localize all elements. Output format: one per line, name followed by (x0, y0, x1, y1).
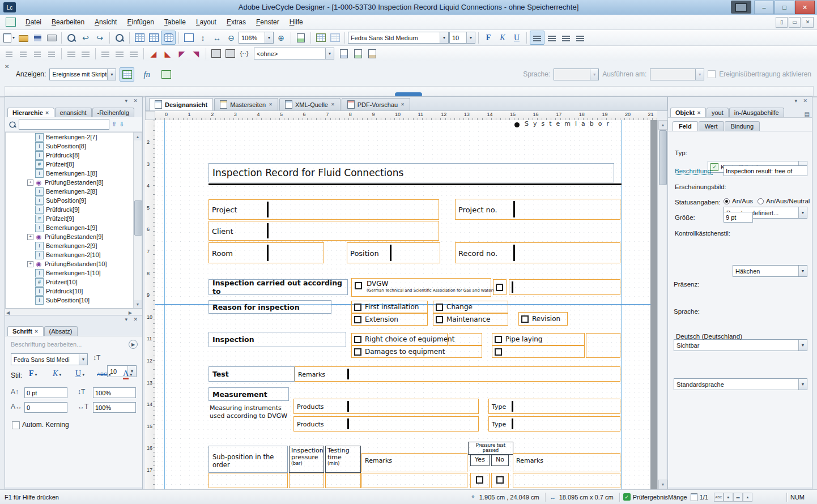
menu-einfuegen[interactable]: Einfügen (122, 16, 159, 28)
close-icon[interactable]: ✕ (803, 98, 807, 104)
col-pressure-test[interactable]: Pressure testpassed (468, 442, 513, 455)
maximize-palette-button[interactable]: ▭ (789, 17, 801, 28)
align-right-button[interactable] (559, 31, 573, 44)
align-top-edges-button[interactable] (31, 47, 44, 60)
letter-spacing-input[interactable] (24, 402, 67, 413)
field-other-standard[interactable] (509, 279, 620, 295)
col-inspection-pressure[interactable]: Inspectionpressure (bar) (289, 446, 324, 473)
language-dropdown[interactable]: ▼ (554, 69, 599, 80)
tab-ausgabehilfe[interactable]: in-/Ausgabehilfe (729, 108, 784, 117)
field-test-remarks[interactable]: Remarks (295, 366, 620, 382)
distribute-horizontal-button[interactable] (65, 47, 78, 60)
tree-item[interactable]: IBemerkungen-2[8] (6, 187, 142, 196)
align-left-button[interactable] (530, 31, 544, 45)
locale-dropdown[interactable]: Standardsprache▼ (674, 378, 807, 390)
subtab-wert[interactable]: Wert (699, 121, 724, 131)
tree-item[interactable]: IBemerkungen-2[7] (6, 133, 142, 142)
checkbox-right-choice[interactable]: Right choice of equipment (351, 333, 448, 345)
tree-item[interactable]: ISubPosition[9] (6, 196, 142, 205)
same-width-button[interactable] (99, 47, 112, 60)
checkbox-inspection-other[interactable] (492, 345, 585, 358)
save-button[interactable] (31, 31, 44, 44)
search-down-icon[interactable]: ⇩ (119, 121, 124, 128)
new-form-button[interactable]: ▾ (2, 31, 16, 44)
design-canvas[interactable]: Systemlabor Inspection Record for Fluid … (155, 120, 657, 489)
caption-input[interactable] (724, 165, 807, 176)
tree-item[interactable]: IPrüfdruck[8] (6, 151, 142, 160)
ungroup-button[interactable] (223, 47, 237, 60)
close-icon[interactable]: ✕ (269, 102, 273, 107)
tab-objekt[interactable]: Objekt✕ (670, 108, 706, 117)
tree-scrollbar[interactable]: ▲ ▼ (133, 133, 142, 308)
snap-grid-button[interactable] (147, 31, 160, 44)
menu-hilfe[interactable]: Hilfe (284, 16, 308, 28)
same-size-button[interactable] (127, 47, 141, 60)
checkbox-maintenance[interactable]: Maintenance (433, 313, 508, 326)
measurement-caption[interactable]: Measurement (208, 387, 289, 401)
auto-kerning-checkbox[interactable] (12, 421, 20, 429)
italic-button[interactable]: K▾ (53, 369, 61, 378)
anchor-bottomleft-button[interactable]: ◤ (175, 47, 189, 60)
carried-out-caption[interactable]: Inspection carried out according to (208, 279, 348, 295)
horizontal-scale-input[interactable] (93, 402, 136, 413)
tree-item[interactable]: IPrüfdruck[9] (6, 205, 142, 214)
zoom-dropdown[interactable]: 106%▼ (239, 32, 274, 44)
show-grid-button[interactable] (133, 31, 146, 44)
close-icon[interactable]: ✕ (45, 110, 49, 116)
tab-absatz[interactable]: (Absatz) (44, 326, 78, 336)
warnings-icon[interactable]: ▲ (743, 493, 752, 502)
scroll-up-icon[interactable]: ▲ (658, 120, 667, 130)
close-document-button[interactable]: ✕ (802, 17, 814, 28)
braces-button[interactable]: {··} (237, 47, 251, 60)
checkbox-damages[interactable]: Damages to equipment (351, 345, 482, 358)
group-button[interactable] (209, 47, 223, 60)
palette-menu-icon[interactable]: ▾ (125, 317, 127, 322)
field-position[interactable]: Position (347, 242, 440, 263)
zoom-out-button[interactable]: ⊖ (224, 31, 238, 44)
col-remarks[interactable]: Remarks (361, 453, 467, 472)
size-input[interactable] (724, 212, 753, 223)
event-propagation-checkbox[interactable] (708, 70, 716, 78)
radio-icon[interactable] (758, 198, 764, 204)
vertical-scale-input[interactable] (93, 387, 136, 398)
close-icon[interactable]: ✕ (697, 110, 701, 116)
baseline-shift-input[interactable] (24, 387, 67, 398)
col-testing-time[interactable]: Testingtime (min) (325, 446, 361, 473)
merge-button[interactable] (328, 31, 342, 44)
checkbox-icon[interactable] (521, 315, 529, 323)
scrollbar-thumb[interactable] (134, 200, 142, 236)
presence-dropdown[interactable]: Sichtbar▼ (674, 339, 807, 351)
row-cell[interactable] (289, 473, 324, 488)
fit-width-button[interactable]: ↔ (210, 31, 224, 44)
field-record-no[interactable]: Record no. (455, 242, 620, 263)
field-client[interactable]: Client (208, 221, 439, 241)
align-bottom-edges-button[interactable] (45, 47, 58, 60)
tab-schrift[interactable]: Schrift✕ (7, 326, 44, 336)
tree-item[interactable]: IBemerkungen-1[8] (6, 169, 142, 178)
menu-fenster[interactable]: Fenster (251, 16, 284, 28)
scroll-down-icon[interactable]: ▼ (658, 480, 667, 489)
font-size-dropdown[interactable]: 10▼ (449, 32, 475, 44)
field-project[interactable]: Project (208, 199, 439, 220)
caption-cycle-icon[interactable]: ▶ (129, 340, 138, 349)
check-script-syntax-button[interactable] (159, 68, 173, 81)
restore-palette-button[interactable]: ▯ (776, 17, 788, 28)
palette-menu-icon[interactable]: ▾ (125, 98, 127, 104)
subtab-feld[interactable]: Feld (673, 121, 698, 131)
expand-icon[interactable]: + (27, 261, 33, 267)
checkbox-icon[interactable] (354, 316, 361, 323)
find-button[interactable] (113, 31, 126, 44)
close-icon[interactable]: ✕ (401, 102, 405, 107)
checkbox-icon[interactable] (354, 304, 361, 311)
checkbox-icon[interactable] (476, 476, 483, 484)
checkbox-icon[interactable] (436, 304, 443, 311)
font-family-dropdown[interactable]: Fedra Sans Std Medi▼ (11, 353, 88, 365)
align-center-button[interactable] (545, 31, 559, 44)
style-lock-button[interactable] (365, 47, 379, 60)
tab-xml-quelle[interactable]: XML-Quelle ✕ (279, 98, 341, 110)
field-products-2[interactable]: Products (293, 416, 479, 432)
tree-item[interactable]: IBemerkungen-2[10] (6, 250, 142, 259)
object-style-dropdown[interactable]: <ohne>▼ (254, 48, 334, 59)
expand-icon[interactable]: + (27, 234, 33, 240)
checkbox-icon[interactable] (495, 348, 502, 356)
